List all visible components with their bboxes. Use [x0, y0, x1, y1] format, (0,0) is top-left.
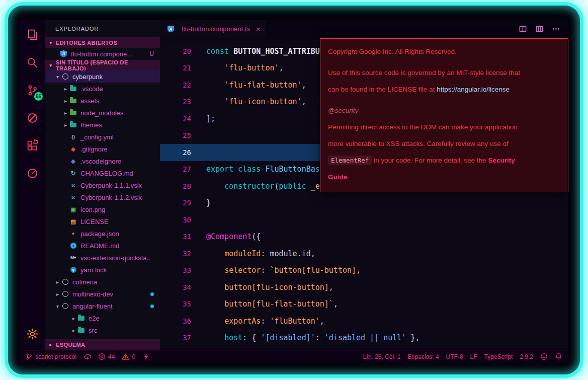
- tree-item-node-modules[interactable]: ▸node_modules: [45, 107, 160, 119]
- item-label: .vscode: [80, 85, 103, 93]
- status-label: 44: [108, 353, 115, 360]
- section-open-editors[interactable]: ▾ EDITORES ABIERTOS: [45, 37, 160, 48]
- chevron-down-icon[interactable]: ▾: [54, 74, 61, 80]
- item-label: LICENSE: [80, 218, 109, 225]
- chevron-right-icon[interactable]: ▸: [54, 279, 61, 285]
- more-actions-icon[interactable]: [552, 25, 560, 33]
- tree-item-gitignore[interactable]: ◆.gitignore: [45, 143, 160, 155]
- code-token: :: [261, 317, 270, 326]
- activity-bar: 66: [19, 20, 45, 350]
- code-text: host: { '[disabled]': 'disabled || null'…: [191, 333, 419, 342]
- window-frame: 66 EXPLORADOR ▾ EDITORES ABIERTOS Aflu-b…: [8, 6, 580, 374]
- open-editor-item[interactable]: Aflu-button.compone...U: [45, 48, 160, 60]
- tree-item-themes[interactable]: ▸themes: [45, 119, 160, 131]
- tree-item-cyberpunk[interactable]: ▾cyberpunk: [45, 70, 160, 83]
- code-line-36[interactable]: 36 exportAs: 'fluButton',: [160, 313, 568, 330]
- debug-icon[interactable]: [19, 104, 45, 132]
- settings-gear-icon[interactable]: [19, 323, 45, 345]
- code-line-32[interactable]: 32 moduleId: module.id,: [160, 245, 568, 262]
- status-errors[interactable]: 44: [98, 353, 115, 360]
- tree-item-license[interactable]: ▤LICENSE: [45, 215, 160, 227]
- clock-icon[interactable]: [19, 160, 45, 187]
- chevron-right-icon[interactable]: ▸: [70, 316, 77, 321]
- close-icon[interactable]: ×: [256, 25, 261, 33]
- status-language-mode[interactable]: TypeScript: [484, 353, 513, 360]
- code-line-34[interactable]: 34 button[flu-icon-button],: [160, 279, 568, 296]
- section-workspace[interactable]: ▾ SIN TÍTULO (ESPACIO DE TRABAJO): [45, 60, 160, 70]
- toggle-editor-layout-icon[interactable]: [535, 25, 544, 33]
- status-cursor-position[interactable]: Lín. 26, Col. 1: [363, 353, 401, 360]
- status-feedback-bolt[interactable]: [142, 353, 150, 360]
- tree-item-changelog-md[interactable]: ↻CHANGELOG.md: [45, 167, 160, 179]
- status-notifications-bell[interactable]: [555, 353, 562, 360]
- code-token: class: [238, 165, 265, 174]
- status-ts-version[interactable]: 2.9.2: [520, 353, 533, 360]
- chevron-right-icon[interactable]: ▸: [70, 328, 77, 333]
- tree-item-vscode[interactable]: ▸.vscode: [45, 83, 160, 95]
- tree-item-assets[interactable]: ▸assets: [45, 95, 160, 107]
- code-token: :: [315, 333, 324, 342]
- line-number: 34: [160, 283, 191, 291]
- chevron-right-icon[interactable]: ▸: [54, 291, 61, 297]
- code-token: :: [242, 333, 251, 342]
- tree-item-icon-png[interactable]: ▣icon.png: [45, 203, 160, 215]
- status-git-branch[interactable]: scarlet-protocol: [25, 353, 76, 360]
- item-label: .vscodeignore: [80, 158, 121, 165]
- item-label: Cyberpunk-1.1.1.vsix: [80, 182, 142, 189]
- folder-icon: [77, 314, 86, 323]
- code-token: FluButtonBase: [265, 165, 328, 174]
- code-line-38[interactable]: 38 '[attr.disabled]': 'disabled || null'…: [160, 346, 568, 350]
- chevron-right-icon[interactable]: ▸: [62, 86, 69, 92]
- tree-item-cyberpunk-1-1-2-vsix[interactable]: ×Cyberpunk-1.1.2.vsix: [45, 191, 160, 203]
- tree-item-config-yml[interactable]: {}_config.yml: [45, 131, 160, 143]
- code-text: exportAs: 'fluButton',: [191, 317, 324, 326]
- security-guide-link[interactable]: Security: [488, 157, 515, 164]
- tree-item-e2e[interactable]: ▸e2e: [45, 312, 160, 324]
- code-line-35[interactable]: 35 button[flu-flat-button]`,: [160, 296, 568, 313]
- status-warnings[interactable]: 0: [122, 353, 135, 360]
- code-token: moduleId: [224, 249, 261, 258]
- code-text: moduleId: module.id,: [191, 249, 315, 258]
- tooltip-text: in your code. For more detail, see the: [372, 157, 488, 164]
- line-number: 23: [160, 98, 191, 106]
- tree-item-multinexo-dev[interactable]: ▸multinexo-dev: [45, 288, 160, 300]
- chevron-right-icon[interactable]: ▸: [62, 110, 69, 116]
- code-line-31[interactable]: 31@Component({: [160, 229, 568, 246]
- tree-item-package-json[interactable]: ●package.json: [45, 227, 160, 240]
- tree-item-cyberpunk-1-1-1-vsix[interactable]: ×Cyberpunk-1.1.1.vsix: [45, 179, 160, 191]
- chevron-right-icon[interactable]: ▸: [62, 98, 69, 104]
- tree-item-vsc-extension-quicksta[interactable]: M+vsc-extension-quicksta..: [45, 252, 160, 264]
- tree-item-vscodeignore[interactable]: ◆.vscodeignore: [45, 155, 160, 167]
- status-indentation[interactable]: Espacios: 4: [408, 353, 439, 360]
- section-outline[interactable]: ▸ ESQUEMA: [45, 339, 160, 350]
- status-encoding[interactable]: UTF-8: [446, 353, 463, 360]
- code-text: ];: [191, 114, 215, 123]
- status-sync[interactable]: [83, 353, 91, 360]
- tree-item-colmena[interactable]: ▸colmena: [45, 276, 160, 288]
- status-feedback-smiley[interactable]: [540, 353, 548, 360]
- source-control-icon[interactable]: 66: [19, 77, 45, 104]
- code-line-29[interactable]: 29}: [160, 195, 568, 212]
- chevron-right-icon[interactable]: ▸: [62, 122, 69, 128]
- tree-item-angular-fluent[interactable]: ▾angular-fluent: [45, 300, 160, 312]
- tree-item-yarn-lock[interactable]: yyarn.lock: [45, 264, 160, 276]
- security-guide-link[interactable]: Guide: [328, 173, 347, 181]
- extensions-icon[interactable]: [19, 132, 45, 160]
- search-icon[interactable]: [19, 49, 45, 77]
- code-line-33[interactable]: 33 selector: `button[flu-button],: [160, 262, 568, 279]
- tree-item-src[interactable]: ▸src: [45, 324, 160, 336]
- license-link[interactable]: https://angular.io/license: [437, 86, 510, 93]
- folder-icon: [69, 85, 77, 93]
- item-label: icon.png: [80, 206, 105, 213]
- code-token: ,: [279, 63, 284, 72]
- code-line-30[interactable]: 30: [160, 211, 568, 229]
- chevron-down-icon[interactable]: ▾: [54, 303, 61, 309]
- status-eol[interactable]: LF: [470, 353, 477, 360]
- tab-flu-button-component[interactable]: A flu-button.component.ts ×: [160, 20, 266, 38]
- split-editor-icon[interactable]: [519, 25, 527, 33]
- code-token: `button[flu-button],: [270, 266, 361, 275]
- code-line-37[interactable]: 37 host: { '[disabled]': 'disabled || nu…: [160, 330, 568, 347]
- tree-item-readme-md[interactable]: iREADME.md: [45, 240, 160, 252]
- code-token: [206, 333, 224, 342]
- explorer-icon[interactable]: [19, 21, 45, 49]
